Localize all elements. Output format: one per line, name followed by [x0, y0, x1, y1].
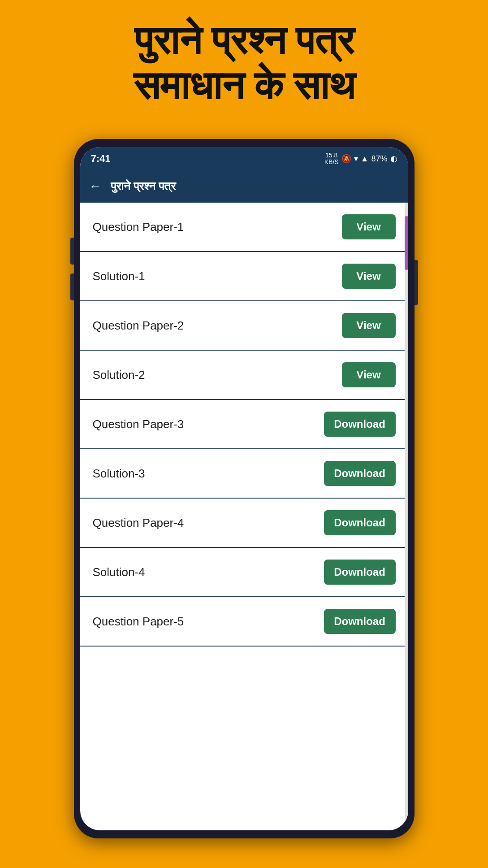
item-label-6: Solution-3 [93, 467, 145, 481]
list-item: Question Paper-4Download [80, 499, 408, 548]
battery-icon: ◐ [390, 154, 397, 164]
status-time: 7:41 [91, 153, 111, 165]
network-speed: 15.8KB/S [324, 152, 339, 166]
list-item: Solution-3Download [80, 449, 408, 499]
download-button-5[interactable]: Download [324, 412, 396, 437]
phone-screen: 7:41 15.8KB/S 🔕 ▾ ▲ 87% ◐ ← पुराने प्रश्… [80, 147, 408, 830]
status-bar: 7:41 15.8KB/S 🔕 ▾ ▲ 87% ◐ [80, 147, 408, 170]
papers-list: Question Paper-1ViewSolution-1ViewQuesti… [80, 203, 408, 647]
item-label-2: Solution-1 [93, 269, 145, 283]
list-item: Question Paper-3Download [80, 400, 408, 449]
status-icons: 15.8KB/S 🔕 ▾ ▲ 87% ◐ [324, 152, 397, 166]
view-button-3[interactable]: View [342, 313, 396, 338]
view-button-2[interactable]: View [342, 264, 396, 289]
battery-percent: 87% [371, 154, 387, 164]
item-label-4: Solution-2 [93, 368, 145, 382]
content-wrapper: Question Paper-1ViewSolution-1ViewQuesti… [80, 203, 408, 830]
list-item: Solution-4Download [80, 548, 408, 597]
download-button-6[interactable]: Download [324, 461, 396, 486]
phone-mockup: 7:41 15.8KB/S 🔕 ▾ ▲ 87% ◐ ← पुराने प्रश्… [74, 139, 415, 838]
item-label-3: Question Paper-2 [93, 319, 184, 333]
view-button-4[interactable]: View [342, 362, 396, 387]
app-bar-title: पुराने प्रश्न पत्र [111, 179, 176, 193]
list-item: Question Paper-5Download [80, 597, 408, 647]
header-line2: समाधान के साथ [134, 64, 355, 108]
download-button-8[interactable]: Download [324, 560, 396, 585]
app-bar: ← पुराने प्रश्न पत्र [80, 170, 408, 203]
item-label-1: Question Paper-1 [93, 220, 184, 234]
view-button-1[interactable]: View [342, 214, 396, 239]
download-button-7[interactable]: Download [324, 510, 396, 535]
list-item: Solution-2View [80, 351, 408, 400]
volume-up-button [70, 238, 74, 265]
signal-icon: ▲ [361, 154, 369, 164]
item-label-7: Question Paper-4 [93, 516, 184, 530]
header-line1: पुराने प्रश्न पत्र [134, 19, 354, 62]
power-button [415, 260, 418, 305]
item-label-8: Solution-4 [93, 565, 145, 579]
page-header: पुराने प्रश्न पत्र समाधान के साथ [0, 0, 488, 117]
list-item: Question Paper-1View [80, 203, 408, 252]
wifi-icon: ▾ [354, 154, 358, 164]
list-item: Solution-1View [80, 252, 408, 301]
item-label-5: Question Paper-3 [93, 417, 184, 431]
item-label-9: Question Paper-5 [93, 615, 184, 629]
scrollbar[interactable] [405, 203, 408, 830]
volume-down-button [70, 273, 74, 300]
mute-icon: 🔕 [341, 154, 351, 164]
scrollbar-thumb[interactable] [405, 216, 408, 270]
list-item: Question Paper-2View [80, 301, 408, 351]
download-button-9[interactable]: Download [324, 609, 396, 634]
back-button[interactable]: ← [89, 179, 102, 194]
